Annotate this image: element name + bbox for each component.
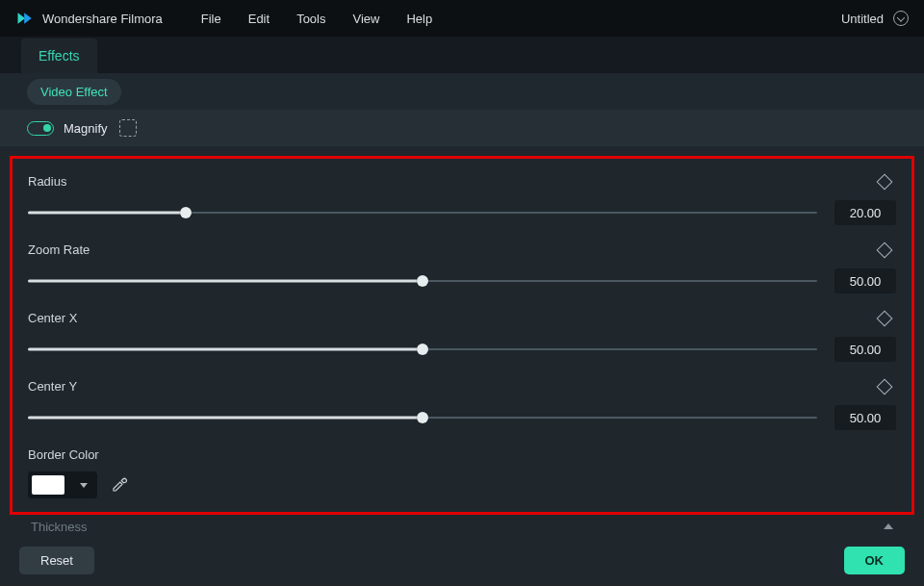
menu-view[interactable]: View <box>352 12 379 26</box>
next-section-header: Thickness <box>10 515 914 534</box>
param-label: Center X <box>28 311 77 325</box>
center-y-slider[interactable] <box>28 411 817 424</box>
menu-tools[interactable]: Tools <box>296 12 325 26</box>
effect-toggle-row: Magnify <box>0 110 924 146</box>
chevron-down-icon <box>80 483 88 488</box>
expand-preview-icon[interactable] <box>119 119 137 137</box>
param-row-radius: Radius <box>28 174 896 189</box>
app-logo-icon <box>15 9 35 28</box>
magnify-toggle[interactable] <box>27 121 54 136</box>
effect-chip-video-effect[interactable]: Video Effect <box>27 79 121 105</box>
param-label: Radius <box>28 174 66 189</box>
magnify-params-panel: Radius 20.00 Zoom Rate <box>10 156 914 515</box>
radius-slider[interactable] <box>28 206 817 219</box>
center-x-slider[interactable] <box>28 343 817 356</box>
reset-button[interactable]: Reset <box>19 547 94 574</box>
zoom-rate-slider[interactable] <box>28 274 817 288</box>
param-label: Zoom Rate <box>28 242 90 257</box>
document-title: Untitled <box>841 12 884 26</box>
center-x-value[interactable]: 50.00 <box>834 337 896 362</box>
zoom-rate-value[interactable]: 50.00 <box>834 268 896 293</box>
color-swatch <box>32 475 64 495</box>
menu-help[interactable]: Help <box>406 12 432 26</box>
next-section-label: Thickness <box>31 520 88 534</box>
param-row-zoom-rate: Zoom Rate <box>28 242 896 257</box>
keyframe-icon[interactable] <box>877 242 893 258</box>
param-label: Center Y <box>28 379 77 394</box>
eyedropper-icon[interactable] <box>111 476 128 494</box>
footer: Reset OK <box>0 534 924 586</box>
param-row-center-x: Center X <box>28 311 896 325</box>
collapse-caret-icon[interactable] <box>884 523 893 529</box>
menu-bar: File Edit Tools View Help <box>201 12 432 26</box>
param-row-border-color: Border Color <box>28 447 896 462</box>
app-name: Wondershare Filmora <box>42 12 163 26</box>
magnify-label: Magnify <box>64 121 108 136</box>
center-y-value[interactable]: 50.00 <box>834 405 896 430</box>
main-area: Radius 20.00 Zoom Rate <box>0 146 924 534</box>
radius-value[interactable]: 20.00 <box>834 200 896 225</box>
border-color-picker[interactable] <box>28 471 97 498</box>
effect-chip-row: Video Effect <box>0 73 924 110</box>
menu-file[interactable]: File <box>201 12 221 26</box>
keyframe-icon[interactable] <box>877 310 893 326</box>
keyframe-icon[interactable] <box>877 378 893 395</box>
tabs-row: Effects <box>0 37 924 73</box>
title-bar: Wondershare Filmora File Edit Tools View… <box>0 0 924 37</box>
menu-edit[interactable]: Edit <box>248 12 270 26</box>
param-row-center-y: Center Y <box>28 379 896 394</box>
sync-status-icon[interactable] <box>893 11 909 26</box>
tab-effects[interactable]: Effects <box>21 38 97 73</box>
ok-button[interactable]: OK <box>844 547 906 574</box>
keyframe-icon[interactable] <box>877 173 893 190</box>
param-label: Border Color <box>28 447 99 462</box>
